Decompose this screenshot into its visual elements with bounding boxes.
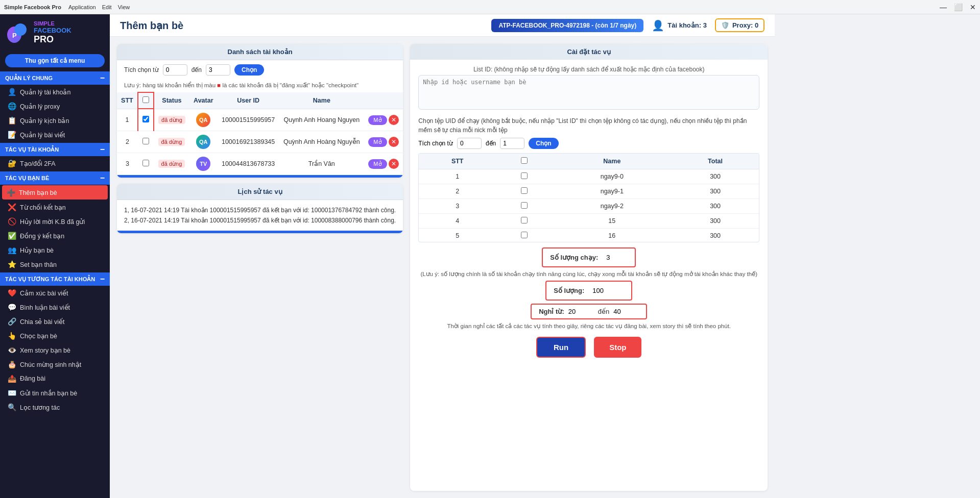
window-controls: — ⬜ ✕ [940, 3, 976, 11]
open-button[interactable]: Mở [368, 159, 387, 169]
account-notice: Lưu ý: hàng tài khoản hiển thị màu ■ là … [117, 80, 403, 92]
col-name: Name [279, 92, 365, 109]
uid-checkbox[interactable] [521, 217, 528, 223]
nghi-tu-input[interactable] [568, 308, 594, 315]
col-userid: User ID [218, 92, 279, 109]
table-row: 2 đã dừng QA 100016921389345 Quỳnh Anh H… [117, 131, 403, 153]
svg-text:P: P [12, 32, 17, 39]
decline-icon: ❌ [7, 203, 16, 211]
history-scroll-indicator [117, 231, 403, 233]
uid-tich-chon-input[interactable] [457, 138, 482, 149]
delete-button[interactable]: ✕ [389, 159, 399, 169]
delete-button[interactable]: ✕ [389, 137, 399, 147]
window-chrome: Simple Facebook Pro Application Edit Vie… [0, 0, 980, 14]
uid-checkbox[interactable] [521, 232, 528, 238]
chon-button[interactable]: Chọn [234, 64, 264, 76]
uid-toolbar: Tích chọn từ đến Chọn [418, 138, 759, 149]
time-note: Thời gian nghỉ các tất cả các tác vụ tín… [418, 322, 759, 330]
sidebar-item-huy-ban-be[interactable]: 👥 Hủy bạn bè [0, 243, 110, 257]
row-actions: Mở ✕ [364, 153, 403, 175]
so-luong-input[interactable] [588, 285, 624, 296]
row-checkbox[interactable] [142, 160, 149, 166]
uid-row: 4 15 300 [419, 214, 759, 229]
sidebar-item-xem-story[interactable]: 👁️ Xem story bạn bè [0, 343, 110, 357]
sidebar-item-dong-y-ket-ban[interactable]: ✅ Đồng ý kết bạn [0, 229, 110, 243]
uid-row: 2 ngay9-1 300 [419, 184, 759, 199]
sidebar-item-cam-xuc[interactable]: ❤️ Cảm xúc bài viết [0, 286, 110, 300]
uid-row: 3 ngay9-2 300 [419, 199, 759, 214]
sidebar-item-tao-doi-2fa[interactable]: 🔐 Tạo/đổi 2FA [0, 156, 110, 170]
den-time-input[interactable] [613, 308, 639, 315]
select-all-checkbox[interactable] [142, 96, 149, 103]
sidebar-item-loc-tuong-tac[interactable]: 🔍 Lọc tương tác [0, 400, 110, 414]
sidebar-item-chia-se[interactable]: 🔗 Chia sẻ bài viết [0, 314, 110, 329]
uid-table: STT Name Total 1 [419, 154, 759, 242]
delete-button[interactable]: ✕ [389, 115, 399, 125]
row-checkbox-cell [138, 153, 154, 175]
uid-chon-button[interactable]: Chọn [529, 138, 558, 149]
so-luong-box: Số lượng: [545, 281, 632, 301]
sidebar-item-choc-ban-be[interactable]: 👆 Chọc bạn bè [0, 329, 110, 343]
row-status: đã dừng [154, 153, 189, 175]
table-row: 1 đã dừng QA 100001515995957 Quynh Anh H… [117, 109, 403, 131]
sidebar-item-chuc-mung-sinh-nhat[interactable]: 🎂 Chúc mừng sinh nhật [0, 357, 110, 371]
sidebar-item-quan-ly-proxy[interactable]: 🌐 Quản lý proxy [0, 99, 110, 113]
open-button[interactable]: Mở [368, 137, 387, 147]
sidebar-item-set-ban-than[interactable]: ⭐ Set bạn thân [0, 257, 110, 271]
sidebar-item-tu-choi-ket-ban[interactable]: ❌ Từ chối kết bạn [0, 200, 110, 214]
uid-den-input[interactable] [500, 138, 524, 149]
row-checkbox[interactable] [142, 138, 149, 144]
birthday-icon: 🎂 [7, 360, 16, 368]
menu-edit[interactable]: Edit [102, 4, 112, 10]
den-input[interactable] [206, 64, 230, 76]
sidebar-item-quan-ly-tai-khoan[interactable]: 👤 Quản lý tài khoản [0, 85, 110, 99]
sidebar-item-binh-luan[interactable]: 💬 Bình luận bài viết [0, 300, 110, 314]
post-upload-icon: 📤 [7, 375, 16, 383]
uid-table-scroll: STT Name Total 1 [418, 153, 759, 242]
row-checkbox[interactable] [142, 116, 149, 122]
sidebar-item-gui-tin-nhan[interactable]: ✉️ Gửi tin nhắn bạn bè [0, 386, 110, 400]
collapse-menu-button[interactable]: Thu gọn tất cả menu [5, 54, 105, 67]
nghi-tu-label: Nghỉ từ: [539, 308, 564, 315]
right-panel: Cài đặt tác vụ List ID: (không nhập sẽ t… [410, 44, 768, 491]
main-content: Thêm bạn bè ATP-FACEBOOK_PRO-4972198 - (… [110, 14, 775, 498]
filter-icon: 🔍 [7, 403, 16, 411]
close-button[interactable]: ✕ [970, 3, 976, 11]
uid-checkbox[interactable] [521, 187, 528, 194]
uid-row: 5 16 300 [419, 229, 759, 243]
tich-chon-tu-input[interactable] [163, 64, 187, 76]
history-body: 1, 16-07-2021 14:19 Tài khoản 1000015159… [117, 200, 403, 231]
so-luong-chay-input[interactable] [602, 252, 628, 263]
list-id-textarea[interactable] [418, 75, 759, 110]
menu-application[interactable]: Application [68, 4, 96, 10]
logo-text: SIMPLE FACEBOOK PRO [34, 20, 71, 45]
uid-section-label: Chọn tệp UID để chạy (không bắt buộc, nế… [418, 116, 759, 135]
sidebar-item-dang-bai[interactable]: 📤 Đăng bài [0, 371, 110, 386]
sidebar-item-quan-ly-bai-viet[interactable]: 📝 Quản lý bài viết [0, 128, 110, 142]
row-actions: Mở ✕ [364, 131, 403, 153]
menu-view[interactable]: View [118, 4, 130, 10]
sidebar-item-quan-ly-kich-ban[interactable]: 📋 Quản lý kịch bản [0, 113, 110, 128]
den-time-label: đến [598, 308, 609, 315]
uid-col-name: Name [553, 154, 672, 169]
page-title: Thêm bạn bè [120, 19, 483, 32]
open-button[interactable]: Mở [368, 115, 387, 125]
account-table-body: 1 đã dừng QA 100001515995957 Quynh Anh H… [117, 109, 403, 175]
sidebar-item-huy-loi-moi[interactable]: 🚫 Hủy lời mời K.B đã gửi [0, 214, 110, 229]
uid-select-all[interactable] [521, 157, 528, 164]
left-panel: Danh sách tài khoản Tích chọn từ đến Chọ… [117, 44, 403, 491]
maximize-button[interactable]: ⬜ [954, 3, 963, 11]
minimize-button[interactable]: — [940, 3, 947, 11]
sidebar-item-them-ban-be[interactable]: ➕ Thêm bạn bè [2, 185, 108, 200]
config-body: List ID: (không nhập sẽ tự động lấy danh… [410, 60, 768, 491]
uid-checkbox[interactable] [521, 202, 528, 209]
run-button[interactable]: Run [536, 337, 586, 358]
table-row: 3 đã dừng TV 100044813678733 Trần Văn Mở… [117, 153, 403, 175]
account-table-container: STT Status Avatar User ID Name [117, 92, 403, 175]
uid-tich-chon-label: Tích chọn từ [418, 140, 453, 147]
stop-button[interactable]: Stop [594, 337, 641, 358]
uid-checkbox[interactable] [521, 172, 528, 179]
col-status: Status [154, 92, 189, 109]
uid-den-label: đến [486, 140, 496, 147]
account-info: 👤 Tài khoản: 3 [652, 19, 707, 32]
